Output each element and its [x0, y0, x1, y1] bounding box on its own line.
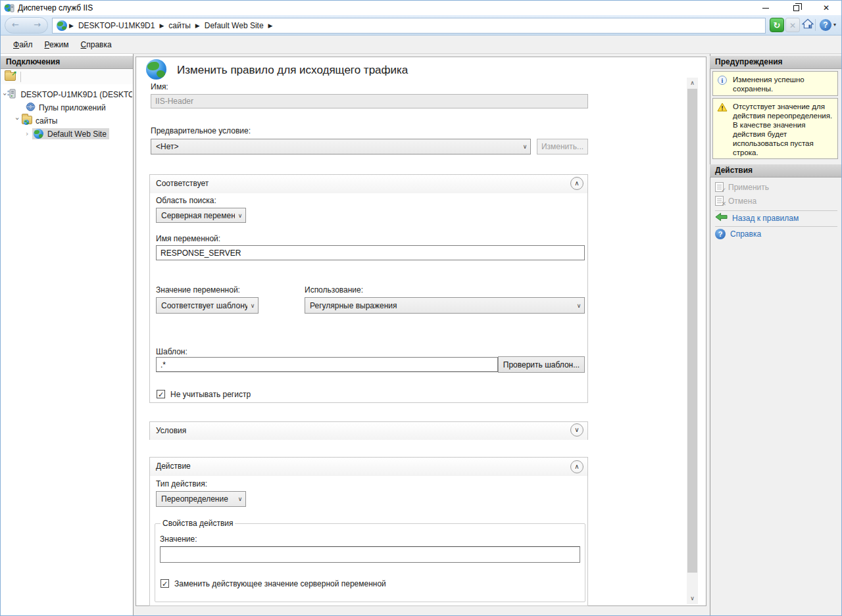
test-pattern-button[interactable]: Проверить шаблон...	[498, 356, 585, 373]
action-properties-legend: Свойства действия	[161, 519, 235, 528]
expand-icon[interactable]: ∨	[570, 423, 583, 437]
breadcrumb-default-web-site[interactable]: Default Web Site	[202, 21, 266, 30]
menu-help[interactable]: Справка	[75, 36, 118, 53]
usage-select[interactable]: Регулярные выражения ∨	[305, 297, 585, 314]
info-icon: i	[718, 76, 727, 85]
scrollbar-thumb[interactable]	[687, 89, 697, 573]
replace-value-label: Заменить действующее значение серверной …	[174, 579, 386, 588]
chevron-down-icon: ∨	[520, 143, 530, 150]
conditions-section-header[interactable]	[150, 422, 587, 440]
scope-select[interactable]: Серверная переменн ∨	[156, 208, 246, 223]
precondition-label: Предварительное условие:	[151, 126, 251, 135]
name-input[interactable]	[151, 94, 588, 108]
breadcrumb-separator: ▶	[157, 22, 166, 29]
tree-item-server[interactable]: › DESKTOP-U1MK9D1 (DESKTOP	[3, 88, 132, 101]
save-connection-icon[interactable]: ➚	[5, 72, 16, 83]
tree-item-label: Пулы приложений	[39, 103, 106, 112]
refresh-icon[interactable]: ↻	[770, 18, 784, 32]
scroll-down-icon[interactable]: ∨	[687, 593, 698, 604]
variable-value-value: Соответствует шаблону	[157, 301, 247, 310]
back-arrow-icon	[715, 212, 728, 224]
cancel-icon: ✕	[715, 196, 724, 206]
action-type-value: Переопределение	[157, 494, 235, 504]
tree-item-label: DESKTOP-U1MK9D1 (DESKTOP	[20, 90, 132, 99]
chevron-down-icon: ∨	[247, 302, 258, 309]
help-action[interactable]: ? Справка	[715, 229, 761, 239]
collapse-icon[interactable]: ∧	[570, 460, 583, 473]
chevron-down-icon[interactable]: ›	[3, 93, 9, 95]
apply-icon: ✓	[715, 182, 724, 192]
restore-button[interactable]	[781, 1, 811, 15]
toolbar-separator	[20, 72, 21, 82]
scroll-up-icon[interactable]: ∧	[687, 78, 698, 89]
action-type-select[interactable]: Переопределение ∨	[156, 491, 246, 507]
tree-item-default-web-site[interactable]: › Default Web Site	[26, 128, 109, 140]
precondition-select[interactable]: <Нет> ∨	[151, 139, 531, 154]
breadcrumb-separator: ▶	[193, 22, 202, 29]
replace-value-checkbox[interactable]: ✓	[161, 579, 169, 588]
warning-icon	[717, 103, 728, 114]
breadcrumb-sites[interactable]: сайты	[166, 21, 193, 30]
menu-bar: Файл Режим Справка	[1, 36, 841, 54]
actions-divider	[715, 226, 837, 227]
title-bar: Диспетчер служб IIS ✕	[1, 1, 841, 15]
connections-panel: Подключения ➚ › DESKTOP-U1MK9D1 (DESKTOP…	[1, 54, 134, 616]
action-type-label: Тип действия:	[156, 479, 207, 488]
edit-precondition-button[interactable]: Изменить...	[537, 139, 588, 154]
back-to-rules-label: Назад к правилам	[732, 214, 799, 223]
alerts-header: Предупреждения	[710, 56, 842, 69]
warning-notice-text: Отсутствует значение для действия переоп…	[733, 102, 835, 157]
collapse-icon[interactable]: ∧	[570, 177, 583, 190]
iis-manager-window: Диспетчер служб IIS ✕ ← → ▶ DESKTOP-U1MK…	[0, 0, 842, 616]
chevron-down-icon[interactable]: ›	[13, 118, 22, 124]
help-icon: ?	[715, 229, 726, 239]
back-to-rules-action[interactable]: Назад к правилам	[715, 212, 799, 224]
nav-cloud: ← →	[5, 17, 48, 34]
address-bar: ← → ▶ DESKTOP-U1MK9D1 ▶ сайты ▶ Default …	[1, 15, 841, 36]
info-notice: i Изменения успешно сохранены.	[712, 71, 838, 96]
back-icon[interactable]: ←	[12, 20, 19, 30]
warning-notice: Отсутствует значение для действия переоп…	[712, 98, 838, 159]
action-section-header[interactable]	[150, 458, 587, 476]
cancel-action[interactable]: ✕ Отмена	[715, 196, 756, 206]
ignore-case-label: Не учитывать регистр	[170, 390, 251, 399]
usage-value: Регулярные выражения	[305, 301, 574, 310]
precondition-value: <Нет>	[151, 142, 520, 151]
window-title: Диспетчер служб IIS	[18, 3, 93, 12]
sites-folder-icon	[22, 116, 32, 126]
connections-header: Подключения	[1, 56, 133, 69]
cancel-label: Отмена	[728, 197, 756, 206]
help-label: Справка	[730, 229, 761, 239]
variable-value-select[interactable]: Соответствует шаблону ∨	[156, 297, 259, 314]
forward-icon[interactable]: →	[34, 20, 41, 30]
match-section-header[interactable]	[150, 175, 587, 193]
pattern-input[interactable]	[156, 357, 498, 372]
menu-view[interactable]: Режим	[39, 36, 75, 53]
menu-file[interactable]: Файл	[7, 36, 39, 53]
pattern-label: Шаблон:	[156, 347, 187, 356]
selected-tree-item[interactable]: Default Web Site	[32, 128, 109, 139]
match-section-title: Соответствует	[156, 179, 209, 188]
app-icon	[4, 3, 14, 13]
tree-item-app-pools[interactable]: Пулы приложений	[24, 101, 106, 114]
action-value-label: Значение:	[160, 534, 197, 544]
help-dropdown-icon[interactable]: ▾	[833, 22, 836, 28]
variable-name-input[interactable]	[156, 245, 585, 260]
minimize-button[interactable]	[751, 1, 781, 15]
apply-action[interactable]: ✓ Применить	[715, 182, 769, 192]
main-scrollbar[interactable]: ∧ ∨	[687, 78, 698, 604]
ignore-case-checkbox[interactable]: ✓	[157, 390, 165, 398]
tree-item-sites[interactable]: › сайты	[14, 114, 58, 127]
breadcrumb-server[interactable]: DESKTOP-U1MK9D1	[76, 21, 157, 30]
help-icon[interactable]: ?	[818, 18, 833, 32]
action-value-input[interactable]	[160, 546, 580, 563]
close-button[interactable]: ✕	[811, 1, 841, 15]
conditions-section-title: Условия	[156, 426, 186, 435]
chevron-right-icon[interactable]: ›	[26, 130, 32, 138]
name-label: Имя:	[151, 82, 168, 91]
info-notice-text: Изменения успешно сохранены.	[733, 75, 835, 93]
tree-item-label: Default Web Site	[47, 130, 107, 139]
home-icon[interactable]	[801, 18, 815, 32]
chevron-down-icon: ∨	[235, 496, 245, 502]
actions-header: Действия	[710, 164, 842, 178]
